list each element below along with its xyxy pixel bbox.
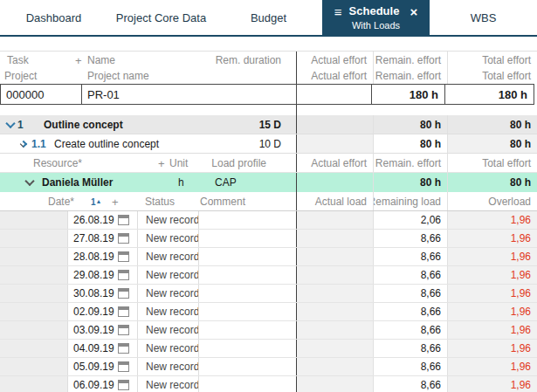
task-actual-effort [297, 115, 373, 134]
overload-cell: 1,96 [447, 266, 537, 284]
calendar-icon[interactable] [118, 361, 129, 372]
comment-cell[interactable] [199, 358, 296, 375]
calendar-icon[interactable] [118, 233, 129, 244]
project-actual-effort-cell[interactable] [296, 84, 372, 105]
remaining-load-cell[interactable]: 8,66 [373, 321, 447, 339]
project-id-cell[interactable]: 000000 [0, 84, 82, 105]
actual-load-cell[interactable] [297, 266, 373, 284]
tab-dashboard[interactable]: Dashboard [0, 0, 107, 35]
task-row[interactable]: 1.1 Create outline concept 10 D 80 h 80 … [0, 134, 537, 154]
load-header-row: Date* 1▲ + Status Comment Actual load Re… [0, 192, 537, 211]
date-cell[interactable]: 29.08.19 [68, 266, 138, 284]
date-cell[interactable]: 30.08.19 [68, 285, 138, 302]
rem-duration-column-header: Rem. duration [216, 54, 281, 66]
add-load-row-button[interactable]: + [112, 195, 119, 208]
remaining-load-cell[interactable]: 8,66 [373, 340, 447, 357]
load-row: 28.08.19 New record 8,66 1,96 [0, 248, 537, 266]
comment-cell[interactable] [199, 303, 296, 320]
schedule-window: Dashboard Project Core Data Budget ≡ Sch… [0, 0, 537, 392]
comment-cell[interactable] [199, 211, 296, 229]
tab-budget[interactable]: Budget [215, 0, 322, 35]
date-value: 27.08.19 [73, 232, 114, 244]
date-value: 29.08.19 [73, 269, 114, 281]
date-value: 04.09.19 [73, 342, 114, 354]
calendar-icon[interactable] [118, 215, 129, 225]
menu-icon[interactable]: ≡ [334, 4, 342, 19]
remaining-load-cell[interactable]: 8,66 [373, 230, 447, 247]
close-tab-icon[interactable]: × [410, 4, 417, 19]
add-task-button[interactable]: + [75, 53, 82, 66]
actual-load-cell[interactable] [297, 303, 373, 320]
status-value: New record [146, 214, 199, 226]
date-cell[interactable]: 02.09.19 [68, 303, 138, 320]
remaining-load-cell[interactable]: 8,66 [373, 376, 447, 392]
actual-load-cell[interactable] [297, 321, 373, 339]
calendar-icon[interactable] [118, 251, 129, 262]
collapse-icon[interactable] [5, 118, 15, 127]
calendar-icon[interactable] [118, 270, 129, 280]
remaining-load-cell[interactable]: 8,66 [373, 358, 447, 375]
remaining-load-cell[interactable]: 8,66 [373, 303, 447, 320]
date-cell[interactable]: 05.09.19 [68, 358, 138, 375]
calendar-icon[interactable] [118, 343, 129, 354]
resource-total-effort: 80 h [447, 173, 537, 192]
load-row: 30.08.19 New record 8,66 1,96 [0, 285, 537, 303]
remaining-load-cell[interactable]: 8,66 [373, 285, 447, 302]
load-row: 02.09.19 New record 8,66 1,96 [0, 303, 537, 321]
tab-wbs[interactable]: WBS [430, 0, 537, 35]
date-cell[interactable]: 03.09.19 [68, 321, 138, 339]
resource-actual-effort [297, 173, 373, 192]
comment-cell[interactable] [199, 340, 296, 357]
total-effort-column-header: Total effort [447, 154, 537, 172]
status-cell: New record [138, 376, 199, 392]
resource-unit: h [178, 176, 184, 189]
comment-cell[interactable] [199, 376, 296, 392]
comment-cell[interactable] [199, 321, 296, 339]
date-cell[interactable]: 28.08.19 [68, 248, 138, 265]
resource-row[interactable]: Daniela Müller h CAP 80 h 80 h [0, 173, 537, 192]
status-value: New record [146, 361, 199, 373]
remaining-load-cell[interactable]: 8,66 [373, 248, 447, 265]
collapse-icon[interactable] [24, 176, 34, 186]
actual-load-cell[interactable] [297, 285, 373, 302]
task-row[interactable]: 1 Outline concept 15 D 80 h 80 h [0, 115, 537, 134]
actual-load-cell[interactable] [297, 376, 373, 392]
comment-cell[interactable] [199, 266, 296, 284]
sort-indicator[interactable]: 1▲ [91, 196, 102, 208]
calendar-icon[interactable] [118, 288, 129, 299]
date-cell[interactable]: 27.08.19 [68, 230, 138, 247]
actual-load-cell[interactable] [297, 211, 373, 229]
task-header-row: Task + Name Rem. duration Actual effort … [0, 51, 537, 68]
date-cell[interactable]: 26.08.19 [68, 211, 138, 229]
project-remain-effort-cell[interactable]: 180 h [371, 84, 445, 105]
date-cell[interactable]: 04.09.19 [68, 340, 138, 357]
tab-schedule[interactable]: ≡ Schedule × With Loads [322, 0, 430, 35]
task-rem-duration: 15 D [259, 119, 281, 131]
comment-cell[interactable] [199, 230, 296, 247]
comment-cell[interactable] [199, 285, 296, 302]
status-value: New record [146, 379, 199, 391]
actual-load-cell[interactable] [297, 248, 373, 265]
actual-load-cell[interactable] [297, 230, 373, 247]
remaining-load-cell[interactable]: 2,06 [373, 211, 447, 229]
date-column-header: Date* [48, 196, 74, 208]
actual-load-cell[interactable] [297, 340, 373, 357]
add-resource-button[interactable]: + [158, 156, 165, 169]
overload-cell: 1,96 [447, 303, 537, 320]
date-cell[interactable]: 06.09.19 [68, 376, 138, 392]
status-value: New record [146, 269, 199, 281]
project-name-cell[interactable]: PR-01 [81, 84, 297, 105]
calendar-icon[interactable] [118, 380, 129, 390]
calendar-icon[interactable] [118, 325, 129, 335]
actual-load-cell[interactable] [297, 358, 373, 375]
overload-cell: 1,96 [447, 376, 537, 392]
calendar-icon[interactable] [118, 306, 129, 317]
expand-icon[interactable] [20, 140, 27, 147]
remaining-load-cell[interactable]: 8,66 [373, 266, 447, 284]
status-cell: New record [138, 321, 199, 339]
project-total-effort-cell[interactable]: 180 h [444, 84, 534, 105]
row-indent [0, 358, 68, 375]
tab-project-core-data[interactable]: Project Core Data [107, 0, 215, 35]
comment-cell[interactable] [199, 248, 296, 265]
task-name: Create outline concept [54, 138, 159, 150]
